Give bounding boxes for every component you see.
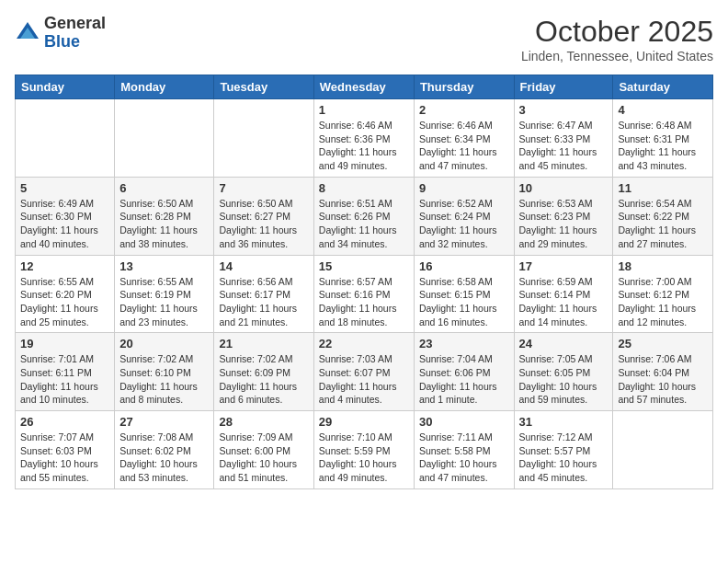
weekday-header: Thursday (414, 75, 514, 99)
calendar-cell: 8Sunrise: 6:51 AMSunset: 6:26 PMDaylight… (313, 177, 414, 255)
day-info: Sunrise: 6:50 AMSunset: 6:28 PMDaylight:… (119, 197, 209, 251)
calendar-cell (214, 99, 313, 178)
weekday-header: Tuesday (214, 75, 313, 99)
day-info: Sunrise: 6:53 AMSunset: 6:23 PMDaylight:… (519, 197, 609, 251)
calendar-cell: 31Sunrise: 7:12 AMSunset: 5:57 PMDayligh… (514, 411, 613, 489)
calendar-cell: 2Sunrise: 6:46 AMSunset: 6:34 PMDaylight… (414, 99, 514, 178)
day-info: Sunrise: 6:52 AMSunset: 6:24 PMDaylight:… (419, 197, 509, 251)
day-info: Sunrise: 7:02 AMSunset: 6:09 PMDaylight:… (219, 352, 308, 407)
day-number: 16 (419, 259, 509, 273)
day-number: 20 (119, 337, 209, 350)
calendar-cell: 16Sunrise: 6:58 AMSunset: 6:15 PMDayligh… (414, 255, 514, 333)
day-info: Sunrise: 6:49 AMSunset: 6:30 PMDaylight:… (20, 197, 109, 251)
day-number: 21 (219, 337, 308, 350)
calendar: SundayMondayTuesdayWednesdayThursdayFrid… (15, 75, 713, 489)
logo-icon (15, 20, 40, 46)
day-info: Sunrise: 6:50 AMSunset: 6:27 PMDaylight:… (219, 197, 308, 251)
calendar-cell: 19Sunrise: 7:01 AMSunset: 6:11 PMDayligh… (16, 333, 115, 411)
calendar-cell: 26Sunrise: 7:07 AMSunset: 6:03 PMDayligh… (16, 411, 115, 489)
calendar-cell: 6Sunrise: 6:50 AMSunset: 6:28 PMDaylight… (115, 177, 214, 255)
calendar-cell: 29Sunrise: 7:10 AMSunset: 5:59 PMDayligh… (313, 411, 414, 489)
day-number: 23 (419, 337, 509, 350)
calendar-cell: 25Sunrise: 7:06 AMSunset: 6:04 PMDayligh… (613, 333, 713, 411)
calendar-week-row: 26Sunrise: 7:07 AMSunset: 6:03 PMDayligh… (16, 411, 713, 489)
calendar-cell: 22Sunrise: 7:03 AMSunset: 6:07 PMDayligh… (313, 333, 414, 411)
logo-blue: Blue (44, 32, 80, 51)
calendar-cell: 1Sunrise: 6:46 AMSunset: 6:36 PMDaylight… (313, 99, 414, 178)
day-info: Sunrise: 7:11 AMSunset: 5:58 PMDaylight:… (419, 431, 509, 485)
day-info: Sunrise: 7:03 AMSunset: 6:07 PMDaylight:… (319, 352, 409, 407)
day-info: Sunrise: 7:12 AMSunset: 5:57 PMDaylight:… (519, 431, 609, 485)
day-info: Sunrise: 7:00 AMSunset: 6:12 PMDaylight:… (618, 275, 708, 329)
calendar-week-row: 5Sunrise: 6:49 AMSunset: 6:30 PMDaylight… (16, 177, 713, 255)
day-info: Sunrise: 7:05 AMSunset: 6:05 PMDaylight:… (519, 352, 609, 407)
calendar-cell: 10Sunrise: 6:53 AMSunset: 6:23 PMDayligh… (514, 177, 613, 255)
day-number: 12 (20, 259, 109, 273)
logo: General Blue (15, 15, 106, 52)
calendar-cell: 14Sunrise: 6:56 AMSunset: 6:17 PMDayligh… (214, 255, 313, 333)
day-number: 31 (519, 415, 609, 429)
calendar-cell: 17Sunrise: 6:59 AMSunset: 6:14 PMDayligh… (514, 255, 613, 333)
calendar-cell: 23Sunrise: 7:04 AMSunset: 6:06 PMDayligh… (414, 333, 514, 411)
calendar-cell: 5Sunrise: 6:49 AMSunset: 6:30 PMDaylight… (16, 177, 115, 255)
day-number: 10 (519, 181, 609, 195)
day-info: Sunrise: 7:07 AMSunset: 6:03 PMDaylight:… (20, 431, 109, 485)
month-title: October 2025 (521, 15, 713, 49)
day-number: 28 (219, 415, 308, 429)
day-number: 6 (119, 181, 209, 195)
day-info: Sunrise: 6:47 AMSunset: 6:33 PMDaylight:… (519, 119, 609, 173)
calendar-cell: 20Sunrise: 7:02 AMSunset: 6:10 PMDayligh… (115, 333, 214, 411)
day-number: 4 (618, 103, 708, 117)
day-number: 18 (618, 259, 708, 273)
calendar-cell: 7Sunrise: 6:50 AMSunset: 6:27 PMDaylight… (214, 177, 313, 255)
day-info: Sunrise: 7:09 AMSunset: 6:00 PMDaylight:… (219, 431, 308, 485)
day-number: 30 (419, 415, 509, 429)
calendar-week-row: 12Sunrise: 6:55 AMSunset: 6:20 PMDayligh… (16, 255, 713, 333)
day-info: Sunrise: 7:08 AMSunset: 6:02 PMDaylight:… (119, 431, 209, 485)
day-number: 15 (319, 259, 409, 273)
weekday-header: Monday (115, 75, 214, 99)
logo-general: General (44, 14, 106, 32)
day-number: 25 (618, 337, 708, 350)
day-number: 29 (319, 415, 409, 429)
weekday-header: Wednesday (313, 75, 414, 99)
day-info: Sunrise: 6:46 AMSunset: 6:34 PMDaylight:… (419, 119, 509, 173)
day-info: Sunrise: 6:48 AMSunset: 6:31 PMDaylight:… (618, 119, 708, 173)
day-number: 8 (319, 181, 409, 195)
day-info: Sunrise: 7:02 AMSunset: 6:10 PMDaylight:… (119, 352, 209, 407)
calendar-cell: 13Sunrise: 6:55 AMSunset: 6:19 PMDayligh… (115, 255, 214, 333)
day-number: 17 (519, 259, 609, 273)
day-info: Sunrise: 6:56 AMSunset: 6:17 PMDaylight:… (219, 275, 308, 329)
day-number: 13 (119, 259, 209, 273)
calendar-cell: 15Sunrise: 6:57 AMSunset: 6:16 PMDayligh… (313, 255, 414, 333)
calendar-cell: 30Sunrise: 7:11 AMSunset: 5:58 PMDayligh… (414, 411, 514, 489)
calendar-cell: 4Sunrise: 6:48 AMSunset: 6:31 PMDaylight… (613, 99, 713, 178)
day-info: Sunrise: 6:55 AMSunset: 6:20 PMDaylight:… (20, 275, 109, 329)
day-number: 5 (20, 181, 109, 195)
day-info: Sunrise: 6:55 AMSunset: 6:19 PMDaylight:… (119, 275, 209, 329)
day-number: 27 (119, 415, 209, 429)
day-info: Sunrise: 7:04 AMSunset: 6:06 PMDaylight:… (419, 352, 509, 407)
day-number: 7 (219, 181, 308, 195)
day-number: 24 (519, 337, 609, 350)
calendar-week-row: 19Sunrise: 7:01 AMSunset: 6:11 PMDayligh… (16, 333, 713, 411)
day-number: 1 (319, 103, 409, 117)
day-info: Sunrise: 7:06 AMSunset: 6:04 PMDaylight:… (618, 352, 708, 407)
calendar-cell: 28Sunrise: 7:09 AMSunset: 6:00 PMDayligh… (214, 411, 313, 489)
day-number: 9 (419, 181, 509, 195)
calendar-cell: 21Sunrise: 7:02 AMSunset: 6:09 PMDayligh… (214, 333, 313, 411)
day-number: 2 (419, 103, 509, 117)
day-info: Sunrise: 6:57 AMSunset: 6:16 PMDaylight:… (319, 275, 409, 329)
calendar-cell: 24Sunrise: 7:05 AMSunset: 6:05 PMDayligh… (514, 333, 613, 411)
day-info: Sunrise: 6:46 AMSunset: 6:36 PMDaylight:… (319, 119, 409, 173)
day-info: Sunrise: 6:54 AMSunset: 6:22 PMDaylight:… (618, 197, 708, 251)
day-number: 14 (219, 259, 308, 273)
calendar-cell (613, 411, 713, 489)
weekday-header: Friday (514, 75, 613, 99)
day-info: Sunrise: 6:59 AMSunset: 6:14 PMDaylight:… (519, 275, 609, 329)
calendar-cell (115, 99, 214, 178)
calendar-cell (16, 99, 115, 178)
calendar-cell: 9Sunrise: 6:52 AMSunset: 6:24 PMDaylight… (414, 177, 514, 255)
weekday-header: Saturday (613, 75, 713, 99)
day-info: Sunrise: 6:58 AMSunset: 6:15 PMDaylight:… (419, 275, 509, 329)
